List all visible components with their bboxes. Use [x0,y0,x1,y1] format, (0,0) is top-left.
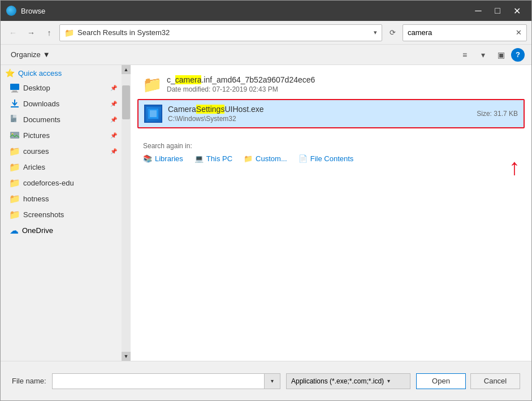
title-bar: Browse ─ □ ✕ [1,1,531,21]
onedrive-label: OneDrive [22,226,53,235]
search-again-label: Search again in: [143,142,519,150]
sidebar-item-documents[interactable]: Documents 📌 [1,111,122,127]
hotness-label: hotness [23,195,117,203]
thispc-icon: 💻 [194,154,204,163]
search-libraries-link[interactable]: 📚 Libraries [143,154,183,163]
scroll-down-button[interactable]: ▼ [122,352,131,361]
codeforces-label: codeforces-edu [23,179,117,187]
filename-dropdown-button[interactable]: ▾ [265,373,280,389]
refresh-button[interactable]: ⟳ [384,25,400,41]
search-thispc-link[interactable]: 💻 This PC [194,154,232,163]
cancel-button[interactable]: Cancel [470,373,520,389]
documents-label: Documents [23,115,107,124]
filename-input[interactable] [57,377,259,385]
sidebar-item-downloads[interactable]: Downloads 📌 [1,96,122,111]
close-button[interactable]: ✕ [508,2,526,19]
organize-button[interactable]: Organize ▼ [7,48,54,61]
svg-rect-1 [12,90,17,92]
file-area[interactable]: 📁 c_camera.inf_amd64_7b52a9607d24ece6 Da… [131,65,531,361]
pictures-icon [10,130,20,140]
address-text: Search Results in System32 [77,28,370,37]
search-custom-link[interactable]: 📁 Custom... [244,154,287,163]
size-value: 31.7 KB [494,110,518,118]
forward-button[interactable]: → [23,25,39,41]
sidebar-item-onedrive[interactable]: ☁ OneDrive [1,222,122,238]
hotness-folder-icon: 📁 [10,193,20,204]
nav-bar: ← → ↑ 📁 Search Results in System32 ▾ ⟳ ✕ [1,21,531,45]
back-button[interactable]: ← [5,25,21,41]
svg-rect-7 [11,120,16,120]
svg-rect-2 [11,92,18,93]
window-title: Browse [21,7,469,15]
scroll-up-button[interactable]: ▲ [122,65,131,74]
search-again-section: Search again in: 📚 Libraries 💻 This PC 📁… [137,137,525,167]
main-content: ⭐ Quick access Desktop 📌 Download [1,65,531,361]
file-item-info-folder: c_camera.inf_amd64_7b52a9607d24ece6 Date… [167,75,519,93]
address-chevron: ▾ [374,29,377,36]
pane-button[interactable]: ▣ [493,47,509,63]
quick-access-icon: ⭐ [5,68,15,77]
search-clear-button[interactable]: ✕ [516,28,522,37]
sidebar-item-hotness[interactable]: 📁 hotness [1,191,122,206]
sidebar-item-codeforces-edu[interactable]: 📁 codeforces-edu [1,175,122,191]
sidebar: ⭐ Quick access Desktop 📌 Download [1,65,131,361]
red-arrow: ↑ [509,156,520,178]
exe-inner-square [150,110,157,117]
search-input[interactable] [408,28,516,37]
filename-input-wrapper[interactable] [52,373,265,389]
file-meta-folder: Date modified: 07-12-2019 02:43 PM [167,85,519,93]
libraries-label: Libraries [155,154,183,163]
documents-pin-icon: 📌 [110,117,117,123]
toolbar-right: ≡ ▾ ▣ ? [457,47,525,63]
toolbar: Organize ▼ ≡ ▾ ▣ ? [1,45,531,65]
sidebar-item-aricles[interactable]: 📁 Aricles [1,159,122,175]
sidebar-scrollbar[interactable]: ▲ ▼ [122,65,131,361]
quick-access-label: Quick access [18,69,117,77]
thispc-label: This PC [206,154,232,163]
desktop-pin-icon: 📌 [110,85,117,91]
libraries-icon: 📚 [143,154,152,163]
desktop-label: Desktop [23,84,107,92]
organize-arrow: ▼ [43,50,50,59]
file-name-exe: CameraSettingsUIHost.exe [168,105,471,114]
quick-access-header[interactable]: ⭐ Quick access [1,65,122,80]
svg-rect-3 [11,106,19,107]
file-folder-icon: 📁 [143,75,161,93]
courses-label: courses [23,147,107,156]
browse-window: Browse ─ □ ✕ ← → ↑ 📁 Search Results in S… [0,0,532,401]
organize-label: Organize [11,50,41,59]
filetype-select[interactable]: Applications (*.exe;*.com;*.icd) ▾ [286,373,410,389]
svg-rect-5 [13,115,16,118]
search-filecontents-link[interactable]: 📄 File Contents [299,154,354,163]
file-size: Size: 31.7 KB [477,110,518,118]
open-button[interactable]: Open [416,373,466,389]
sidebar-item-courses[interactable]: 📁 courses 📌 [1,143,122,159]
screenshots-folder-icon: 📁 [10,209,20,219]
search-bar[interactable]: ✕ [403,24,527,41]
file-item-exe[interactable]: CameraSettingsUIHost.exe C:\Windows\Syst… [137,99,525,128]
file-item-folder[interactable]: 📁 c_camera.inf_amd64_7b52a9607d24ece6 Da… [137,71,525,98]
downloads-label: Downloads [23,100,107,108]
filecontents-icon: 📄 [299,154,308,163]
sidebar-item-screenshots[interactable]: 📁 Screenshots [1,206,122,222]
view-button[interactable]: ≡ [457,47,473,63]
sidebar-item-desktop[interactable]: Desktop 📌 [1,80,122,96]
aricles-folder-icon: 📁 [10,162,20,172]
scroll-track [122,74,131,352]
up-button[interactable]: ↑ [41,25,57,41]
svg-rect-8 [11,121,14,122]
view-arrow-button[interactable]: ▾ [475,47,491,63]
maximize-button[interactable]: □ [488,2,507,19]
documents-icon [10,114,20,124]
filecontents-label: File Contents [310,154,354,163]
help-button[interactable]: ? [511,48,525,62]
bottom-bar: File name: ▾ Applications (*.exe;*.com;*… [1,361,531,400]
screenshots-label: Screenshots [23,210,117,219]
onedrive-icon: ☁ [10,225,19,236]
pictures-label: Pictures [23,131,107,140]
svg-rect-6 [11,119,16,119]
sidebar-item-pictures[interactable]: Pictures 📌 [1,127,122,143]
exe-inner-icon [148,108,159,119]
minimize-button[interactable]: ─ [469,2,487,19]
address-bar[interactable]: 📁 Search Results in System32 ▾ [59,24,382,41]
